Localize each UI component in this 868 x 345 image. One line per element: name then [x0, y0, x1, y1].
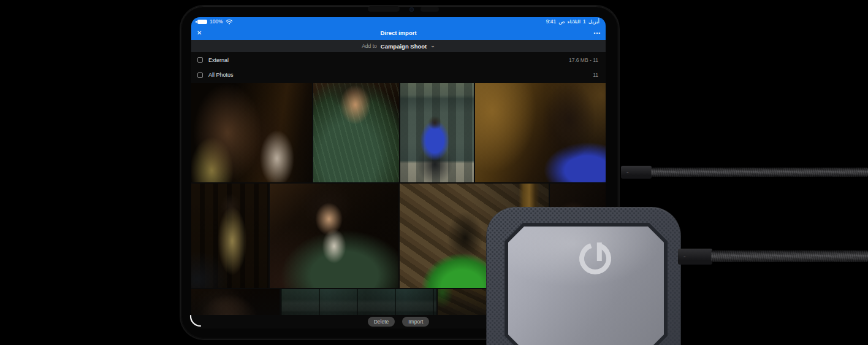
wifi-icon: [226, 18, 233, 25]
source-row-all-photos[interactable]: All Photos 11: [191, 68, 606, 82]
photo-thumbnail[interactable]: [313, 83, 399, 182]
connector-logo-icon: ~: [683, 255, 686, 258]
status-month: أبريل: [588, 17, 600, 26]
photo-thumbnail[interactable]: [281, 289, 436, 315]
chevron-down-icon: ⌄: [430, 42, 435, 48]
source-label: External: [208, 57, 569, 63]
source-meta: 17.6 MB - 11: [569, 57, 598, 63]
more-options-icon[interactable]: •••: [594, 26, 601, 40]
battery-full-icon: [197, 20, 207, 24]
external-ssd: [486, 207, 681, 345]
photo-thumbnail[interactable]: [400, 83, 474, 182]
top-sensor-slot: [421, 7, 439, 12]
usb-connector-icon: ~: [678, 249, 712, 265]
status-left: 100%: [197, 17, 233, 26]
g-technology-logo-icon: [576, 239, 615, 278]
status-day: 1: [583, 17, 586, 26]
scene: 100% 9:41 ص الثلاثاء 1 أبريل ✕ Direct im…: [0, 0, 868, 345]
photo-thumbnail[interactable]: [475, 83, 606, 182]
cable-cord: [711, 250, 868, 262]
add-to-bar[interactable]: Add to Campaign Shoot ⌄: [191, 40, 606, 52]
status-datetime: 9:41 ص الثلاثاء 1 أبريل: [546, 17, 600, 26]
photo-thumbnail[interactable]: [191, 289, 280, 315]
screen-corner-highlight: [189, 314, 202, 328]
checkbox-all-photos[interactable]: [197, 72, 203, 78]
usb-connector-icon: ~: [621, 166, 652, 179]
status-weekday: الثلاثاء: [567, 17, 581, 26]
source-row-external[interactable]: External 17.6 MB - 11: [191, 52, 606, 68]
photo-thumbnail[interactable]: [270, 184, 398, 288]
status-bar: 100% 9:41 ص الثلاثاء 1 أبريل: [191, 17, 606, 26]
album-selector[interactable]: Campaign Shoot: [381, 43, 427, 50]
front-camera-icon: [409, 7, 414, 12]
source-label: All Photos: [208, 72, 593, 78]
cable-cord: [651, 168, 868, 177]
photo-thumbnail[interactable]: [191, 184, 268, 288]
page-title: Direct import: [191, 29, 606, 36]
top-speaker-slot: [368, 6, 400, 12]
status-am-marker: ص: [558, 17, 565, 26]
import-header: ✕ Direct import •••: [191, 26, 606, 40]
connector-logo-icon: ~: [626, 171, 629, 174]
checkbox-external[interactable]: [197, 57, 203, 63]
delete-button[interactable]: Delete: [368, 317, 395, 327]
battery-percent: 100%: [210, 17, 223, 26]
status-time: 9:41: [546, 17, 557, 26]
photo-thumbnail[interactable]: [191, 83, 312, 182]
import-button[interactable]: Import: [402, 317, 429, 327]
source-meta: 11: [593, 72, 598, 78]
add-to-label: Add to: [362, 43, 377, 49]
